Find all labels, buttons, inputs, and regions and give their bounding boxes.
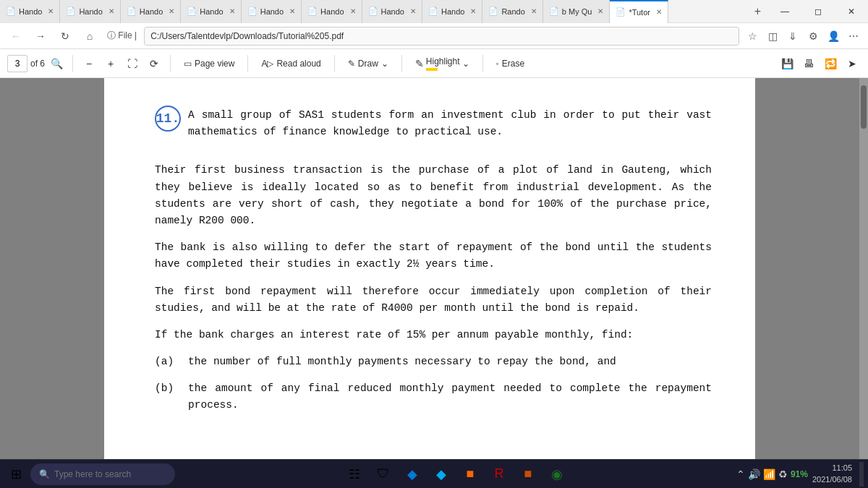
- draw-chevron-icon: ⌄: [381, 59, 388, 69]
- close-button[interactable]: ✕: [835, 0, 868, 23]
- wifi-icon[interactable]: 📶: [763, 468, 775, 480]
- tab-close-button[interactable]: ✕: [109, 7, 114, 15]
- title-bar: 📄 Hando ✕ 📄 Hando ✕ 📄 Hando ✕ 📄 Hando ✕ …: [0, 0, 868, 23]
- read-aloud-icon: A▷: [261, 59, 273, 69]
- highlight-chevron-icon: ⌄: [462, 59, 469, 69]
- home-button[interactable]: ⌂: [80, 26, 100, 46]
- clock-time: 11:05: [812, 463, 852, 474]
- tab-close-button[interactable]: ✕: [656, 8, 662, 16]
- zoom-out-button[interactable]: −: [80, 55, 98, 72]
- favorites-icon[interactable]: ☆: [744, 27, 761, 45]
- tab-6[interactable]: 📄 Hando ✕: [302, 0, 362, 23]
- page-view-button[interactable]: ▭ Page view: [178, 53, 240, 74]
- search-icon: 🔍: [39, 469, 50, 479]
- share-button[interactable]: 🔁: [822, 55, 839, 72]
- taskbar-icon-orange[interactable]: ■: [457, 461, 483, 487]
- tab-1[interactable]: 📄 Hando ✕: [0, 0, 60, 23]
- task-view-button[interactable]: ☷: [341, 461, 367, 487]
- taskbar-right: ⌃ 🔊 📶 ♻ 91% 11:05 2021/06/08: [736, 462, 864, 487]
- tab-label: Hando: [200, 7, 223, 16]
- minimize-button[interactable]: —: [768, 0, 801, 23]
- scrollbar[interactable]: [859, 78, 868, 459]
- tab-9[interactable]: 📄 Rando ✕: [482, 0, 542, 23]
- page-total-label: of 6: [30, 59, 45, 69]
- refresh-button[interactable]: ↻: [55, 26, 75, 46]
- pdf-toolbar: of 6 🔍 − + ⛶ ⟳ ▭ Page view A▷ Read aloud…: [0, 49, 868, 78]
- network-icon[interactable]: ♻: [778, 468, 788, 480]
- pointer-button[interactable]: ➤: [843, 55, 861, 72]
- taskbar-icon-office[interactable]: ■: [515, 461, 541, 487]
- draw-button[interactable]: ✎ Draw ⌄: [342, 53, 394, 74]
- tab-3[interactable]: 📄 Hando ✕: [121, 0, 181, 23]
- taskbar-icon-red[interactable]: R: [486, 461, 512, 487]
- taskbar-icon-1[interactable]: 🛡: [370, 461, 396, 487]
- para-2: The bank is also willing to defer the st…: [155, 239, 712, 273]
- scroll-thumb[interactable]: [861, 85, 867, 129]
- settings-icon[interactable]: ⋯: [845, 27, 862, 45]
- new-tab-button[interactable]: +: [747, 5, 768, 18]
- tab-label: Hando: [79, 7, 102, 16]
- tab-close-button[interactable]: ✕: [48, 7, 54, 15]
- tab-7[interactable]: 📄 Hando ✕: [362, 0, 422, 23]
- tab-close-button[interactable]: ✕: [470, 7, 476, 15]
- taskbar-icon-green[interactable]: ◉: [544, 461, 570, 487]
- page-view-label: Page view: [195, 59, 234, 69]
- draw-label: Draw: [358, 59, 378, 69]
- tab-pdf-icon: 📄: [368, 7, 378, 16]
- tab-5[interactable]: 📄 Hando ✕: [242, 0, 302, 23]
- tab-label: Rando: [501, 7, 524, 16]
- tab-11[interactable]: 📄 *Tutor ✕: [610, 0, 668, 23]
- fit-page-button[interactable]: ⛶: [124, 55, 141, 72]
- taskbar-icon-blue[interactable]: ◆: [428, 461, 454, 487]
- sub-a-text: the number of full monthly payments nece…: [188, 354, 616, 370]
- tab-pdf-icon: 📄: [307, 7, 318, 16]
- zoom-in-button[interactable]: +: [102, 55, 119, 72]
- tab-close-button[interactable]: ✕: [531, 7, 537, 15]
- speaker-icon[interactable]: 🔊: [748, 468, 760, 480]
- sub-b-label: (b): [155, 380, 174, 414]
- sub-b-text: the amount of any final reduced monthly …: [188, 380, 712, 414]
- tab-close-button[interactable]: ✕: [597, 7, 603, 15]
- page-navigation-group: of 6 🔍: [7, 55, 65, 72]
- draw-icon: ✎: [348, 59, 355, 69]
- tab-close-button[interactable]: ✕: [350, 7, 356, 15]
- tab-2[interactable]: 📄 Hando ✕: [60, 0, 120, 23]
- erase-button[interactable]: ◦ Erase: [490, 53, 531, 74]
- tab-close-button[interactable]: ✕: [289, 7, 295, 15]
- highlight-button[interactable]: ✎ Highlight ⌄: [409, 53, 475, 74]
- search-input[interactable]: [54, 469, 156, 479]
- chevron-icon[interactable]: ⌃: [736, 468, 745, 480]
- tab-pdf-icon: 📄: [549, 7, 559, 16]
- tab-4[interactable]: 📄 Hando ✕: [181, 0, 241, 23]
- para-3: The first bond repayment will therefore …: [155, 283, 712, 317]
- start-button[interactable]: ⊞: [4, 463, 27, 486]
- erase-icon: ◦: [496, 59, 499, 69]
- tab-label: Hando: [441, 7, 464, 16]
- downloads-icon[interactable]: ⇓: [784, 27, 801, 45]
- clock[interactable]: 11:05 2021/06/08: [812, 463, 852, 485]
- profile-icon[interactable]: 👤: [825, 27, 842, 45]
- search-pdf-button[interactable]: 🔍: [48, 55, 65, 72]
- extensions-icon[interactable]: ⚙: [804, 27, 822, 45]
- tab-label: Hando: [260, 7, 284, 16]
- save-button[interactable]: 💾: [778, 55, 796, 72]
- page-number-input[interactable]: [7, 55, 27, 72]
- rotate-button[interactable]: ⟳: [145, 55, 163, 72]
- tab-label: Hando: [320, 7, 344, 16]
- print-button[interactable]: 🖶: [800, 55, 817, 72]
- tab-8[interactable]: 📄 Hando ✕: [422, 0, 482, 23]
- taskbar-icon-edge[interactable]: ◆: [399, 461, 425, 487]
- sub-item-b: (b) the amount of any final reduced mont…: [155, 380, 712, 414]
- restore-button[interactable]: ◻: [801, 0, 835, 23]
- split-screen-icon[interactable]: ◫: [764, 27, 781, 45]
- tab-10[interactable]: 📄 b My Qu ✕: [543, 0, 610, 23]
- tab-close-button[interactable]: ✕: [410, 7, 416, 15]
- show-desktop-button[interactable]: [859, 462, 864, 487]
- read-aloud-button[interactable]: A▷ Read aloud: [255, 53, 326, 74]
- back-button[interactable]: ←: [6, 26, 26, 46]
- taskbar-search[interactable]: 🔍: [30, 463, 175, 485]
- tab-close-button[interactable]: ✕: [229, 7, 235, 15]
- forward-button[interactable]: →: [30, 26, 51, 46]
- address-input[interactable]: [144, 27, 739, 46]
- tab-close-button[interactable]: ✕: [169, 7, 174, 15]
